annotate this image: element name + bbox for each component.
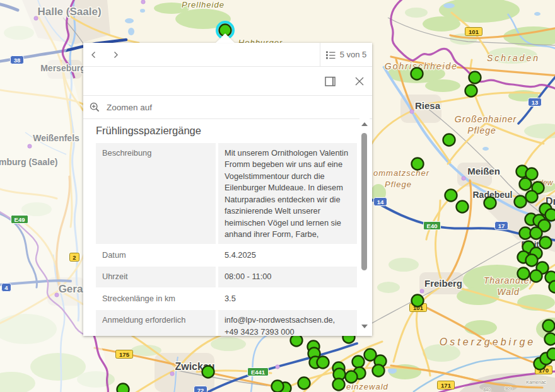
event-marker[interactable]	[549, 281, 555, 293]
map-label: Weißenfels	[33, 133, 79, 143]
close-button[interactable]	[352, 74, 367, 89]
close-icon	[355, 77, 364, 86]
event-marker[interactable]	[547, 349, 555, 360]
event-marker[interactable]	[465, 85, 477, 97]
popup-content: Frühlingsspaziergänge Beschreibung Mit u…	[83, 118, 357, 336]
city-dot	[276, 365, 279, 369]
field-label: Datum	[96, 245, 216, 265]
map-label: Kamenáč	[526, 379, 546, 385]
event-marker[interactable]	[530, 228, 542, 239]
svg-text:13: 13	[532, 99, 539, 106]
event-marker[interactable]	[298, 378, 310, 389]
svg-text:4: 4	[4, 284, 8, 291]
event-marker[interactable]	[545, 333, 555, 345]
field-value: 5.4.2025	[218, 245, 357, 265]
popup-callout-arrow	[216, 33, 235, 43]
event-marker[interactable]	[526, 255, 538, 267]
feature-counter-label: 5 von 5	[340, 50, 367, 59]
event-marker[interactable]	[543, 320, 555, 332]
event-marker[interactable]	[520, 178, 532, 190]
event-marker[interactable]	[412, 295, 424, 307]
city-dot	[410, 110, 414, 113]
map-label: Gera	[59, 283, 83, 295]
event-marker[interactable]	[117, 384, 129, 392]
event-marker[interactable]	[333, 379, 345, 391]
pagination-spacer	[126, 43, 320, 66]
road-shield: 175	[116, 350, 133, 359]
event-marker[interactable]	[530, 270, 542, 282]
event-marker[interactable]	[515, 196, 527, 208]
road-shield: 17	[495, 222, 508, 230]
field-label: Beschreibung	[96, 143, 216, 244]
table-row: Beschreibung Mit unserem Ornithologen Va…	[96, 143, 357, 244]
map-label: Pflege	[385, 180, 412, 189]
next-feature-button[interactable]	[105, 43, 126, 66]
event-marker[interactable]	[457, 201, 469, 213]
event-marker[interactable]	[373, 365, 385, 377]
table-row: Datum 5.4.2025	[96, 245, 357, 265]
map-label: Freiberg	[424, 278, 462, 289]
scroll-up-arrow[interactable]	[361, 122, 368, 126]
map-label: Riesa	[415, 100, 441, 111]
event-marker[interactable]	[365, 349, 377, 361]
event-marker[interactable]	[291, 335, 303, 347]
dock-icon	[325, 76, 337, 87]
svg-text:2: 2	[73, 254, 76, 261]
city-dot	[462, 176, 465, 180]
svg-text:171: 171	[441, 382, 452, 389]
road-shield: 13	[529, 98, 542, 107]
road-shield: 4	[2, 284, 11, 292]
zoom-to-action[interactable]: Zoomen auf	[83, 95, 372, 119]
event-marker[interactable]	[317, 357, 329, 369]
dock-button[interactable]	[323, 74, 338, 89]
chevron-right-icon	[111, 50, 120, 59]
event-marker[interactable]	[540, 237, 552, 249]
map-label: Pflege	[467, 125, 496, 135]
list-icon	[326, 50, 336, 59]
map-label: mburg (Saale)	[0, 157, 57, 167]
map-label: Wald	[497, 287, 520, 297]
event-marker[interactable]	[353, 356, 365, 368]
svg-text:14: 14	[377, 199, 384, 205]
map-label: Prellheide	[182, 0, 225, 9]
svg-text:101: 101	[469, 28, 479, 35]
map-label: Halle (Saale)	[37, 6, 101, 18]
table-row: Anmeldung erforderlich info@lpv-nordwest…	[96, 310, 357, 336]
map-label: 909	[505, 386, 512, 391]
svg-text:E441: E441	[251, 369, 266, 376]
road-shield: E40	[424, 222, 441, 230]
event-marker[interactable]	[546, 209, 555, 221]
map-label: Osterzgebirge	[440, 337, 536, 347]
scrollbar-thumb[interactable]	[361, 133, 367, 270]
event-marker[interactable]	[526, 191, 538, 203]
map-label: Merseburg	[40, 63, 86, 73]
event-marker[interactable]	[443, 134, 455, 146]
road-shield: E441	[248, 368, 269, 376]
event-marker[interactable]	[469, 72, 481, 84]
svg-text:17: 17	[498, 222, 505, 229]
event-marker[interactable]	[202, 366, 214, 378]
attribute-table: Beschreibung Mit unserem Ornithologen Va…	[96, 143, 357, 336]
city-dot	[170, 372, 174, 376]
popup-pagination-bar: 5 von 5	[83, 43, 372, 67]
field-value: 3.5	[218, 289, 357, 309]
svg-text:38: 38	[14, 57, 21, 64]
map-label: 840	[483, 388, 491, 392]
event-marker[interactable]	[346, 371, 358, 383]
scroll-down-arrow[interactable]	[361, 325, 368, 328]
event-marker[interactable]	[445, 190, 457, 202]
previous-feature-button[interactable]	[83, 43, 105, 66]
event-marker[interactable]	[484, 197, 496, 209]
city-dot	[420, 289, 424, 293]
road-shield: 14	[374, 198, 387, 206]
feature-counter[interactable]: 5 von 5	[320, 43, 372, 66]
zoom-to-icon	[90, 102, 100, 113]
popup-scrollbar[interactable]	[359, 118, 370, 336]
field-value: info@lpv-nordwestsachsen.de, +49 3423 73…	[218, 310, 357, 336]
event-marker[interactable]	[411, 68, 423, 80]
table-row: Uhrzeit 08:00 - 11:00	[96, 267, 357, 287]
road-shield: 171	[438, 381, 455, 389]
event-marker[interactable]	[518, 268, 530, 280]
event-marker[interactable]	[412, 158, 424, 170]
event-marker[interactable]	[272, 381, 284, 392]
